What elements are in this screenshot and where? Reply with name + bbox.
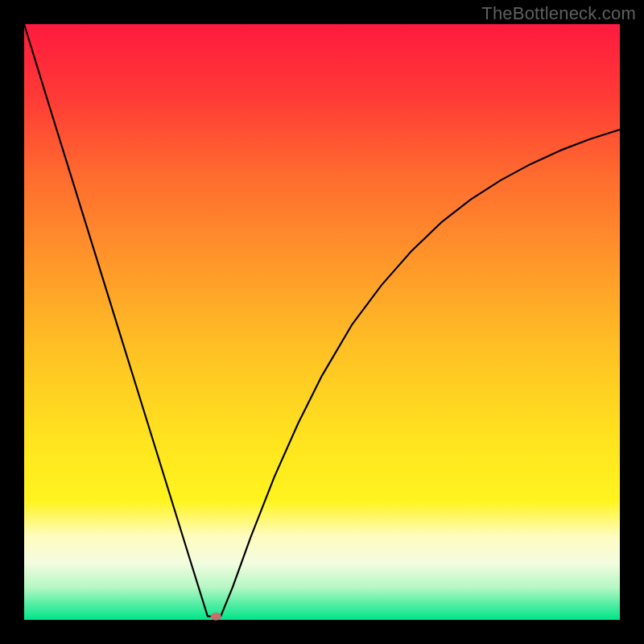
plot-gradient-background [24,24,620,620]
watermark-text: TheBottleneck.com [481,3,636,24]
bottleneck-chart [0,0,644,644]
minimum-marker [211,613,221,621]
chart-frame: TheBottleneck.com [0,0,644,644]
